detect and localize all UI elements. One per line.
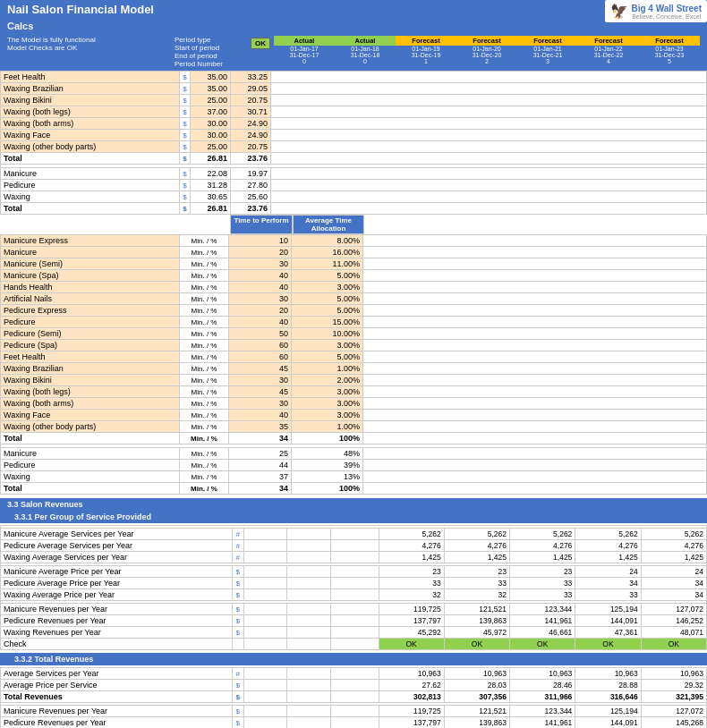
total-row: Total Min. / % 34 100%: [1, 483, 707, 495]
table-row: Waxing Average Services per Year # 1,425…: [1, 552, 707, 563]
table-row: Manicure Min. / % 25 48%: [1, 448, 707, 460]
table-row: Pedicure Min. / % 44 39%: [1, 460, 707, 471]
date-3: 01-Jan-20: [456, 46, 517, 52]
period-info: Period type Start of period End of perio…: [175, 36, 251, 68]
time-table: Manicure Express Min. / % 10 8.00% Manic…: [0, 234, 707, 495]
app-title: Nail Salon Financial Model: [0, 0, 707, 19]
table-row: Waxing Face Min. / % 40 3.00%: [1, 410, 707, 421]
table-row: Waxing (both legs) Min. / % 45 3.00%: [1, 386, 707, 398]
table-row: Pedicure (Spa) Min. / % 60 3.00%: [1, 340, 707, 351]
table-row: Waxing (other body parts) $ 25.00 20.75: [1, 141, 707, 153]
table-row: Average Price per Service $ 27.62 28.03 …: [1, 680, 707, 691]
table-row: Pedicure Average Services per Year # 4,2…: [1, 540, 707, 552]
table-row: Manicure (Semi) Min. / % 30 11.00%: [1, 258, 707, 270]
table-row: Waxing Revenues per Year $ 45,292 45,972…: [1, 627, 707, 639]
date-2: 01-Jan-19: [396, 46, 456, 52]
check-row: Check OK OK OK OK OK: [1, 639, 707, 650]
logo: 🦅 Big 4 Wall Street Believe, Conceive, E…: [605, 0, 707, 22]
total-row: Total $ 26.81 23.76: [1, 153, 707, 165]
table-row: Manicure Express Min. / % 10 8.00%: [1, 235, 707, 247]
col-header-1: Actual: [335, 36, 396, 46]
table-row: Waxing $ 30.65 25.60: [1, 191, 707, 203]
section-332-label: 3.3.2 Total Revenues: [0, 653, 707, 665]
column-headers: Actual Actual Forecast Forecast Forecast…: [274, 36, 700, 64]
table-row: Waxing Min. / % 37 13%: [1, 471, 707, 483]
model-status: The Model is fully functional Model Chec…: [7, 36, 175, 52]
table-row: Feet Health Min. / % 60 5.00%: [1, 351, 707, 363]
section-331-label: 3.3.1 Per Group of Service Provided: [0, 511, 707, 523]
table-row: Manicure Min. / % 20 16.00%: [1, 247, 707, 258]
table-row: Manicure (Spa) Min. / % 40 5.00%: [1, 270, 707, 282]
col-header-4: Forecast: [517, 36, 578, 46]
ok-badge-area: OK: [251, 38, 274, 49]
revenue-table-331: Manicure Average Services per Year # 5,2…: [0, 525, 707, 650]
service-label: Feet Health: [1, 72, 180, 83]
table-row: Pedicure Min. / % 40 15.00%: [1, 317, 707, 328]
table-row: Pedicure Express Min. / % 20 5.00%: [1, 305, 707, 317]
col-header-6: Forecast: [639, 36, 700, 46]
table-row: Pedicure (Semi) Min. / % 50 10.00%: [1, 328, 707, 340]
table-row: Waxing Face $ 30.00 24.90: [1, 130, 707, 141]
table-row: Waxing (both arms) $ 30.00 24.90: [1, 118, 707, 130]
table-row: Average Services per Year # 10,963 10,96…: [1, 668, 707, 680]
table-row: Manicure Average Price per Year $ 23 23 …: [1, 566, 707, 578]
total-row: Total $ 26.81 23.76: [1, 203, 707, 215]
table-row: Artificial Nails Min. / % 30 5.00%: [1, 293, 707, 305]
table-row: Waxing Brazilian Min. / % 45 1.00%: [1, 363, 707, 375]
table-row: Manicure Revenues per Year $ 119,725 121…: [1, 706, 707, 717]
page-subtitle: Calcs: [0, 19, 707, 33]
table-row: Waxing Bikini $ 25.00 20.75: [1, 95, 707, 106]
table-row: Manicure $ 22.08 19.97: [1, 168, 707, 180]
table-row: Feet Health $ 35.00 33.25: [1, 72, 707, 83]
table-row: Pedicure Average Price per Year $ 33 33 …: [1, 578, 707, 589]
logo-tagline: Believe, Conceive, Excel: [631, 13, 702, 20]
table-row: Waxing (other body parts) Min. / % 35 1.…: [1, 421, 707, 433]
table-row: Pedicure Revenues per Year $ 137,797 139…: [1, 615, 707, 627]
col-header-2: Forecast: [396, 36, 456, 46]
revenue-table-332: Average Services per Year # 10,963 10,96…: [0, 667, 707, 728]
table-row: Waxing (both legs) $ 37.00 30.71: [1, 106, 707, 118]
date-6: 01-Jan-23: [639, 46, 700, 52]
table-row: Waxing (both arms) Min. / % 30 3.00%: [1, 398, 707, 410]
table-row: Manicure Average Services per Year # 5,2…: [1, 529, 707, 540]
date-1: 01-Jan-18: [335, 46, 396, 52]
ok-badge: OK: [251, 38, 270, 49]
table-row: Manicure Revenues per Year $ 119,725 121…: [1, 604, 707, 615]
col-header-0: Actual: [274, 36, 335, 46]
logo-name: Big 4 Wall Street: [631, 4, 702, 13]
table-row: Waxing Brazilian $ 35.00 29.05: [1, 83, 707, 95]
table-row: Pedicure Revenues per Year $ 137,797 139…: [1, 717, 707, 729]
col-header-3: Forecast: [456, 36, 517, 46]
date-4: 01-Jan-21: [517, 46, 578, 52]
bird-icon: 🦅: [610, 3, 628, 20]
total-row: Total Min. / % 34 100%: [1, 433, 707, 444]
col-header-5: Forecast: [578, 36, 639, 46]
table-row: Hands Health Min. / % 40 3.00%: [1, 282, 707, 293]
date-5: 01-Jan-22: [578, 46, 639, 52]
table-row: Waxing Bikini Min. / % 30 2.00%: [1, 375, 707, 386]
services-price-table: Feet Health $ 35.00 33.25 Waxing Brazili…: [0, 71, 707, 215]
table-row: Pedicure $ 31.28 27.80: [1, 180, 707, 191]
date-0: 01-Jan-17: [274, 46, 335, 52]
section-33-label: 3.3 Salon Revenues: [0, 498, 707, 511]
table-row: Waxing Average Price per Year $ 32 32 33…: [1, 589, 707, 601]
total-row: Total Revenues $ 302,813 307,356 311,966…: [1, 691, 707, 703]
time-header: Time to Perform Average Time Allocation: [0, 215, 707, 234]
